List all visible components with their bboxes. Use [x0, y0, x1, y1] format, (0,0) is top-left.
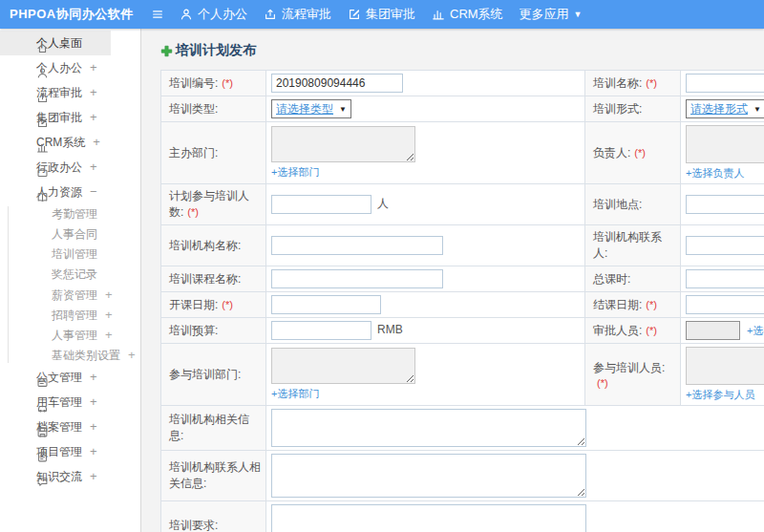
- host-dept-textarea[interactable]: [271, 126, 415, 162]
- field-label: 计划参与培训人数:: [169, 189, 249, 219]
- sidebar-item-archive[interactable]: 档案管理+: [0, 415, 111, 439]
- training-mode-select[interactable]: 请选择形式 ▼: [686, 99, 764, 118]
- form-row-orgname-orgcontact: 培训机构名称: 培训机构联系人:: [161, 225, 764, 266]
- join-dept-textarea[interactable]: [271, 348, 415, 384]
- nav-item-label: 更多应用: [520, 6, 569, 23]
- start-date-input[interactable]: [271, 295, 381, 314]
- expander-icon[interactable]: +: [90, 105, 97, 130]
- expander-icon[interactable]: +: [105, 325, 113, 345]
- nav-item-personal-office[interactable]: 个人办公: [180, 6, 247, 23]
- training-no-input[interactable]: [271, 74, 403, 93]
- leader-textarea[interactable]: [686, 125, 764, 163]
- field-label: 培训机构联系人相关信息:: [169, 460, 261, 490]
- field-label: 培训类型:: [169, 102, 218, 116]
- nav-item-more-apps[interactable]: 更多应用▼: [520, 6, 583, 23]
- org-contact-info-textarea[interactable]: [271, 454, 586, 498]
- sidebar-item-hr[interactable]: 人力资源−: [0, 180, 111, 204]
- select-leader-link[interactable]: +选择负责人: [686, 166, 744, 181]
- sidebar-item-desktop[interactable]: 个人桌面: [0, 31, 111, 55]
- expander-icon[interactable]: +: [90, 80, 97, 105]
- expander-icon[interactable]: +: [128, 345, 136, 365]
- sidebar-item-project[interactable]: 项目管理+: [0, 439, 111, 464]
- field-label: 结课日期:: [593, 298, 642, 311]
- location-input[interactable]: [686, 195, 764, 214]
- sidebar-item-knowledge[interactable]: 知识交流+: [0, 464, 111, 489]
- select-approver-link[interactable]: +选择审批人员: [747, 324, 764, 338]
- sidebar-subitem-label: 招聘管理: [52, 309, 97, 322]
- user-icon: [180, 8, 193, 21]
- requirement-textarea[interactable]: [271, 504, 586, 532]
- expander-icon[interactable]: +: [90, 365, 97, 390]
- sidebar-item-personal-office[interactable]: 个人办公+: [0, 55, 111, 80]
- required-mark: (*): [646, 77, 657, 89]
- expander-icon[interactable]: +: [90, 464, 97, 489]
- expander-icon[interactable]: −: [90, 180, 97, 204]
- expander-icon[interactable]: +: [93, 130, 100, 155]
- training-name-input[interactable]: [686, 74, 764, 93]
- expander-icon[interactable]: +: [90, 155, 97, 180]
- required-mark: (*): [222, 299, 233, 310]
- select-join-dept-link[interactable]: +选择部门: [271, 387, 319, 401]
- field-label: 培训名称:: [593, 76, 642, 90]
- briefcase-icon: [36, 166, 49, 179]
- sidebar-subitem-personnel[interactable]: 人事管理+: [0, 325, 140, 345]
- nav-item-group-approval[interactable]: 集团审批: [348, 6, 415, 23]
- sidebar-subitem-reward-record[interactable]: 奖惩记录: [0, 265, 140, 285]
- form-row-org-info: 培训机构相关信息:: [161, 406, 764, 451]
- field-label: 审批人员:: [593, 324, 642, 337]
- org-info-textarea[interactable]: [271, 409, 586, 447]
- sidebar-subitem-attendance[interactable]: 考勤管理: [0, 204, 140, 224]
- total-hours-input[interactable]: [686, 269, 764, 288]
- join-people-textarea[interactable]: [686, 347, 764, 385]
- menu-toggle-icon[interactable]: [151, 8, 166, 21]
- training-type-select[interactable]: 请选择类型 ▼: [271, 99, 351, 118]
- org-name-input[interactable]: [271, 236, 443, 255]
- sidebar-subitem-hr-contract[interactable]: 人事合同: [0, 224, 140, 245]
- expander-icon[interactable]: +: [105, 285, 113, 305]
- sidebar-item-admin-office[interactable]: 行政办公+: [0, 155, 111, 180]
- page-title-text: 培训计划发布: [176, 42, 256, 59]
- budget-input[interactable]: [271, 321, 371, 340]
- expander-icon[interactable]: +: [90, 390, 97, 415]
- main-content: 培训计划发布 培训编号:(*) 培训名称:(*) 培训类型: 请选择类型 ▼ 培…: [142, 29, 764, 532]
- sidebar-subitem-training[interactable]: 培训管理: [0, 245, 140, 265]
- plus-icon: [160, 45, 173, 57]
- chart-icon: [36, 141, 49, 154]
- sidebar-subitem-label: 人事合同: [52, 227, 97, 241]
- expander-icon[interactable]: +: [90, 55, 97, 80]
- top-nav: 个人办公流程审批集团审批CRM系统更多应用▼: [180, 6, 599, 23]
- expander-icon[interactable]: +: [90, 415, 97, 439]
- form-row-type-mode: 培训类型: 请选择类型 ▼ 培训形式: 请选择形式 ▼: [161, 96, 764, 122]
- sidebar-item-crm-system[interactable]: CRM系统+: [0, 130, 111, 155]
- chat-icon: [36, 476, 49, 488]
- planned-count-input[interactable]: [271, 195, 371, 214]
- nav-item-flow-approval[interactable]: 流程审批: [264, 6, 331, 23]
- select-value: 请选择形式: [690, 101, 748, 117]
- org-contact-input[interactable]: [686, 236, 764, 255]
- field-label: 参与培训部门:: [169, 368, 241, 381]
- select-join-people-link[interactable]: +选择参与人员: [686, 388, 754, 402]
- sidebar-subitem-salary[interactable]: 薪资管理+: [0, 285, 140, 305]
- sidebar-subitem-label: 人事管理: [52, 329, 97, 342]
- expander-icon[interactable]: +: [90, 439, 97, 464]
- form-row-no-name: 培训编号:(*) 培训名称:(*): [161, 71, 764, 96]
- field-label: 负责人:: [593, 146, 630, 160]
- expander-icon[interactable]: +: [105, 305, 113, 325]
- approver-box[interactable]: [686, 321, 740, 340]
- nav-item-crm-system[interactable]: CRM系统: [432, 6, 503, 23]
- sidebar-item-group-approval[interactable]: 集团审批+: [0, 105, 111, 130]
- sidebar-item-document[interactable]: 公文管理+: [0, 365, 111, 390]
- nav-item-label: 集团审批: [366, 6, 415, 23]
- course-name-input[interactable]: [271, 269, 443, 288]
- select-dept-link[interactable]: +选择部门: [271, 165, 319, 180]
- sidebar-item-vehicle[interactable]: 用车管理+: [0, 390, 111, 415]
- project-icon: [36, 451, 49, 463]
- sidebar-item-flow-approval[interactable]: 流程审批+: [0, 80, 111, 105]
- sidebar-subitem-recruit[interactable]: 招聘管理+: [0, 305, 140, 325]
- sidebar-subitem-label: 培训管理: [52, 247, 97, 261]
- sidebar-subitem-label: 基础类别设置: [52, 349, 120, 362]
- sidebar-subitem-base-category[interactable]: 基础类别设置+: [0, 345, 140, 365]
- end-date-input[interactable]: [686, 295, 764, 314]
- field-label: 总课时:: [593, 272, 630, 286]
- form-row-count-location: 计划参与培训人数:(*) 人 培训地点:: [161, 184, 764, 225]
